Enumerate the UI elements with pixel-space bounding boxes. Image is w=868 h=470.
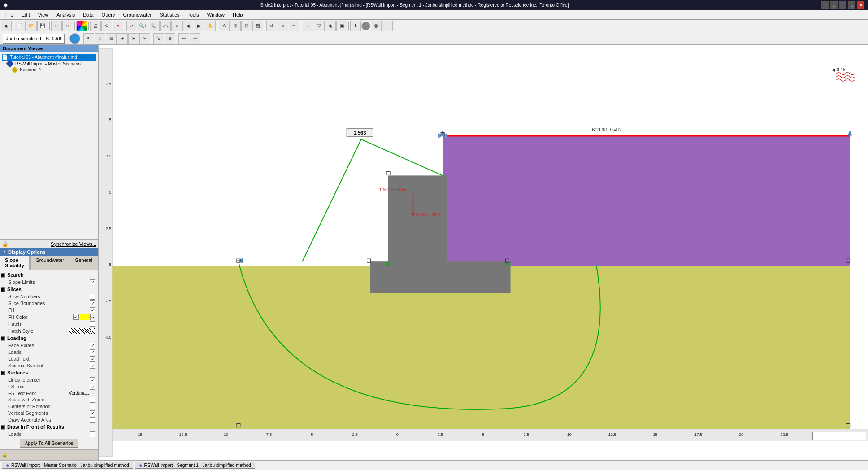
hatch-checkbox[interactable] [90,321,95,327]
synchronize-views-button[interactable]: Synchronize Views... [51,241,96,247]
pan-forward-button[interactable]: ▶ [194,21,204,31]
loads-checkbox[interactable] [90,349,95,355]
slope-limits-checkbox[interactable] [90,279,95,285]
pan-back-button[interactable]: ◀ [182,21,193,31]
tree-item-tutorial[interactable]: 📄 Tutorial 05 - Abutment (final).slmd [2,54,96,61]
slice-numbers-checkbox[interactable] [90,294,95,300]
circle-button[interactable]: ○ [278,21,288,31]
app-minimize-button[interactable]: − [821,1,829,9]
query-button[interactable]: ↩ [178,33,189,44]
filter2-button[interactable]: ⧖ [95,33,105,44]
export-button[interactable]: ⬇ [350,21,361,31]
close-button[interactable]: ✕ [857,1,864,9]
draw-button[interactable]: ✏ [289,21,299,31]
trash-button[interactable]: 🗑 [371,21,382,31]
arc-button[interactable]: ↺ [266,21,277,31]
image-button[interactable]: 🖼 [252,21,263,31]
slice-boundaries-checkbox[interactable] [90,300,95,306]
select-button[interactable]: ↖ [83,33,94,44]
coordinate-input[interactable] [812,432,866,440]
save-button[interactable]: 💾 [37,21,48,31]
menu-groundwater[interactable]: Groundwater [120,11,156,18]
menu-data[interactable]: Data [79,11,97,18]
fill-color-checkbox[interactable] [73,314,79,320]
minimize-button[interactable]: − [839,1,846,9]
mouse-button[interactable]: 🖱 [153,33,164,44]
table2-button[interactable]: ⊟ [241,21,252,31]
settings-button[interactable]: ⚙ [101,21,112,31]
delete-button[interactable]: ✂ [139,33,150,44]
table-button[interactable]: ⊞ [230,21,241,31]
collapse-icon[interactable]: ▼ [3,250,6,254]
section-collapse-icon: ▣ [1,272,5,278]
load-text-checkbox[interactable] [90,356,95,362]
zoom-fit-button[interactable]: ⤢ [126,21,137,31]
section-search[interactable]: ▣ Search [1,271,97,279]
maximize-button[interactable]: □ [848,1,855,9]
section-draw-in-front[interactable]: ▣ Draw in Front of Results [1,423,97,431]
tree-item-rswall[interactable]: RSWall Import - Master Scenario [2,61,96,67]
query2-button[interactable]: ↪ [190,33,200,44]
section-loading[interactable]: ▣ Loading [1,335,97,342]
undo-button[interactable]: ↩ [51,21,62,31]
menu-view[interactable]: View [35,11,52,18]
zoom-prev-button[interactable]: ⟲ [171,21,182,31]
arrow-button[interactable]: ➤ [128,33,139,44]
gray-button[interactable] [361,22,370,30]
section-surfaces[interactable]: ▣ Surfaces [1,369,97,377]
menu-window[interactable]: Window [204,11,228,18]
scale-with-zoom-checkbox[interactable] [90,397,95,403]
section-slices[interactable]: ▣ Slices [1,286,97,293]
menu-analysis[interactable]: Analysis [53,11,78,18]
menu-edit[interactable]: Edit [18,11,34,18]
color-button[interactable] [76,21,87,31]
fill2-button[interactable]: ▣ [336,21,347,31]
text-button[interactable]: A [219,21,230,31]
circle2-button[interactable]: ◉ [325,21,336,31]
print-button[interactable]: 🖨 [90,21,101,31]
fs-text-font-value[interactable]: Verdana,... ··· [69,391,95,396]
zoom-window-button[interactable]: □🔍 [160,21,171,31]
tab-segment1[interactable]: ◆ RSWall Import - Segment 1 - Janbu simp… [135,462,255,469]
vertical-segments-checkbox[interactable] [90,410,95,416]
apply-to-all-scenarios-button[interactable]: Apply To All Scenarios [20,439,78,448]
draw-accurate-arcs-checkbox[interactable] [90,417,95,423]
move-button[interactable]: ↔ [303,21,313,31]
open-button[interactable]: 📂 [26,21,37,31]
tab-slope-stability[interactable]: Slope Stability [0,256,30,270]
fs-text-checkbox[interactable] [90,384,95,390]
tab-master-scenario[interactable]: ◆ RSWall Import - Master Scenario - Janb… [2,462,133,469]
new-button[interactable]: 📄 [15,21,26,31]
point-button[interactable]: ◈ [117,33,128,44]
zoom-in-button[interactable]: 🔍+ [138,21,148,31]
menu-help[interactable]: Help [229,11,247,18]
filter-button[interactable]: ▽ [314,21,325,31]
centers-of-rotation-checkbox[interactable] [90,404,95,409]
zoom-out-button[interactable]: 🔍− [149,21,160,31]
fill-checkbox[interactable] [90,307,95,313]
menu-statistics[interactable]: Statistics [156,11,183,18]
face-plates-checkbox[interactable] [90,343,95,348]
menu-tools[interactable]: Tools [184,11,203,18]
tab-groundwater[interactable]: Groundwater [30,256,69,270]
redo-button[interactable]: ↪ [62,21,73,31]
fill-color-swatch[interactable] [80,314,91,320]
seismic-symbol-checkbox[interactable] [90,363,95,369]
stop-button[interactable]: ✕ [113,21,123,31]
canvas-area[interactable]: 7.5 5 2.5 0 -2.5 -5 -7.5 -10 -15 -12.5 -… [99,45,868,460]
tree-item-segment1[interactable]: Segment 1 [2,67,96,73]
fill-color-more[interactable]: ··· [91,314,95,320]
loads-front-checkbox[interactable] [90,431,95,437]
hatch-style-preview[interactable] [69,328,95,334]
menu-query[interactable]: Query [98,11,119,18]
slice-button[interactable]: ⊟ [106,33,117,44]
menu-file[interactable]: File [2,11,17,18]
more-button[interactable]: ⋯ [382,21,393,31]
pan-button[interactable]: ✋ [205,21,216,31]
tab-general[interactable]: General [70,256,97,270]
lines-to-center-checkbox[interactable] [90,377,95,383]
select2-button[interactable]: ⊕ [165,33,175,44]
app-icon-btn[interactable]: ◆ [1,21,12,31]
globe-button[interactable]: 🌐 [69,33,80,44]
app-maximize-button[interactable]: □ [830,1,838,9]
